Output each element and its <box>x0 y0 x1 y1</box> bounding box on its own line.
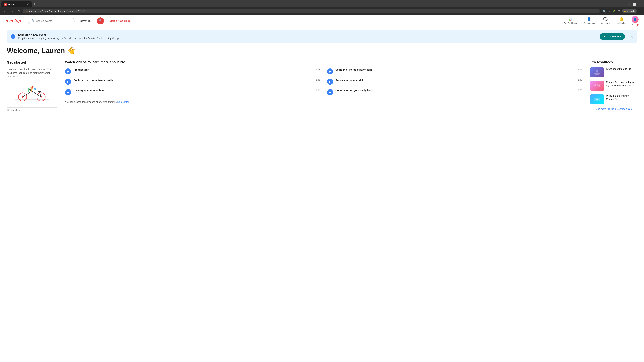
minimize-button[interactable]: ─ <box>628 2 630 6</box>
search-icon: 🔍 <box>31 19 35 22</box>
video-item-4: ▶ Messaging your members 2:18 <box>65 89 320 95</box>
see-more-pro-help-link[interactable]: See more Pro Help Center articles <box>590 108 637 110</box>
forward-button[interactable]: → <box>9 9 15 13</box>
connections-icon: 👤 <box>587 17 591 22</box>
play-button-2[interactable]: ▶ <box>65 79 71 85</box>
pro-dashboard-nav-item[interactable]: 📊 Pro Dashboard <box>561 16 580 26</box>
refresh-button[interactable]: ↻ <box>16 8 21 13</box>
search-bar[interactable]: 🔍 Search events <box>28 18 75 24</box>
video-item-3: ▶ Accessing member data 1:43 <box>327 78 582 85</box>
incognito-badge: 🕵 Incognito <box>622 9 636 13</box>
svg-point-17 <box>28 88 30 90</box>
video-info-5: Understanding your analytics 2:36 <box>336 89 582 92</box>
resource-thumbnail-2 <box>590 94 604 104</box>
search-submit-button[interactable]: 🔍 <box>97 17 104 24</box>
svg-line-5 <box>23 91 32 97</box>
tab-favicon: M <box>4 3 7 6</box>
split-view-icon[interactable]: ⊞ <box>618 9 620 13</box>
browser-menu-button[interactable]: ⋮ <box>639 9 642 13</box>
resource-title-2: Unlocking the Power of Meetup Pro <box>606 94 637 104</box>
play-button-4[interactable]: ▶ <box>65 89 71 95</box>
banner-title: Schedule a new event <box>18 33 597 36</box>
video-item-1: ▶ Using the Pro registration form 1:17 <box>327 68 582 74</box>
welcome-heading: Welcome, Lauren 👋 <box>7 46 637 55</box>
resource-item-2[interactable]: Unlocking the Power of Meetup Pro <box>590 94 637 104</box>
get-started-title: Get started <box>7 60 57 64</box>
search-submit-icon: 🔍 <box>98 19 102 23</box>
pro-resources-panel: Pro resources FAQs about Meetup Pro <box>590 60 637 111</box>
start-group-link[interactable]: Start a new group <box>109 19 131 22</box>
play-icon-0: ▶ <box>68 70 69 73</box>
bicycle-illustration <box>7 83 57 103</box>
videos-grid: ▶ Product tour 3:19 ▶ <box>65 68 582 95</box>
back-button[interactable]: ← <box>2 9 8 13</box>
notifications-label: Notifications <box>616 22 627 24</box>
notifications-nav-item[interactable]: 🔔 Notifications <box>613 16 630 26</box>
play-icon-3: ▶ <box>330 80 331 83</box>
create-event-button[interactable]: + Create event <box>600 33 625 40</box>
location-display[interactable]: Dover, DE <box>80 19 92 22</box>
video-duration-0: 3:19 <box>316 68 320 71</box>
banner-text: Schedule a new event Keep the momentum g… <box>18 33 597 39</box>
play-button-0[interactable]: ▶ <box>65 68 71 74</box>
resource-title-1: Meetup Pro: How do I grow my Pro Network… <box>606 81 637 91</box>
restore-button[interactable]: ⬜ <box>632 2 636 6</box>
meetup-logo[interactable]: meetup <box>5 18 21 24</box>
video-title-1: Using the Pro registration form <box>336 68 373 71</box>
banner-info-icon: ℹ <box>11 34 16 39</box>
new-tab-button[interactable]: + <box>32 2 37 7</box>
video-title-5: Understanding your analytics <box>336 89 371 92</box>
header-nav: 📊 Pro Dashboard 👤 Connections 💬 Messages… <box>561 16 639 26</box>
schedule-event-banner: ℹ Schedule a new event Keep the momentum… <box>7 30 637 42</box>
resource-thumbnail-0 <box>590 67 604 77</box>
play-button-3[interactable]: ▶ <box>327 79 333 85</box>
welcome-section: Welcome, Lauren 👋 <box>7 46 637 55</box>
lock-icon: 🔒 <box>25 10 28 12</box>
user-avatar-container[interactable]: 👤 M ▾ <box>632 16 639 26</box>
window-close-button[interactable]: ✕ <box>639 2 641 6</box>
svg-point-28 <box>598 84 600 87</box>
video-title-3: Accessing member data <box>336 78 364 82</box>
pro-dashboard-icon: 📊 <box>568 17 573 22</box>
svg-line-6 <box>32 91 41 97</box>
resource-item-1[interactable]: Meetup Pro: How do I grow my Pro Network… <box>590 81 637 91</box>
messages-label: Messages <box>601 22 610 24</box>
videos-panel: Watch videos to learn more about Pro ▶ P… <box>65 60 582 111</box>
help-center-note: You can access these videos at any time … <box>65 100 582 103</box>
messages-nav-item[interactable]: 💬 Messages <box>598 16 613 26</box>
videos-section-title: Watch videos to learn more about Pro <box>65 60 582 64</box>
browser-nav-icons: 🔍 ☆ 🧩 ⊞ 🕵 Incognito ⋮ <box>602 9 642 13</box>
browser-window-controls: ─ ⬜ ✕ <box>628 2 643 6</box>
notifications-icon: 🔔 <box>619 17 624 22</box>
progress-label: 0% Complete <box>7 109 57 111</box>
play-icon-1: ▶ <box>330 70 331 73</box>
svg-marker-16 <box>32 86 34 88</box>
resource-item-0[interactable]: FAQs about Meetup Pro <box>590 67 637 77</box>
play-icon-2: ▶ <box>68 80 69 83</box>
resource-thumbnail-1 <box>590 81 604 91</box>
progress-bar-container: 0% Complete <box>7 107 57 111</box>
tab-close-button[interactable]: ✕ <box>27 3 29 6</box>
address-bar[interactable]: 🔒 meetup.com/home/?suggested=true&source… <box>23 9 600 13</box>
video-duration-5: 2:36 <box>578 89 582 91</box>
connections-nav-item[interactable]: 👤 Connections <box>581 16 598 26</box>
play-button-1[interactable]: ▶ <box>327 68 333 74</box>
svg-rect-24 <box>595 74 599 75</box>
bookmark-icon[interactable]: ☆ <box>608 9 610 13</box>
help-center-link[interactable]: help center <box>118 100 129 103</box>
help-note-text: You can access these videos at any time … <box>65 100 117 103</box>
main-content: ℹ Schedule a new event Keep the momentum… <box>0 30 644 111</box>
meetup-app: meetup 🔍 Search events Dover, DE 🔍 Start… <box>0 15 644 362</box>
browser-tab-home[interactable]: M Home ✕ <box>1 1 32 7</box>
play-button-5[interactable]: ▶ <box>327 89 333 95</box>
svg-rect-23 <box>594 73 600 74</box>
banner-close-button[interactable]: ✕ <box>630 34 633 38</box>
browser-search-icon[interactable]: 🔍 <box>602 9 606 13</box>
banner-subtitle: Keep the momentum going in the new year.… <box>18 37 597 39</box>
video-duration-1: 1:17 <box>578 68 582 71</box>
incognito-icon: 🕵 <box>624 10 626 12</box>
extension-icon[interactable]: 🧩 <box>612 9 616 13</box>
help-note-end: . <box>130 100 130 103</box>
video-item-0: ▶ Product tour 3:19 <box>65 68 320 74</box>
play-icon-5: ▶ <box>330 91 331 93</box>
